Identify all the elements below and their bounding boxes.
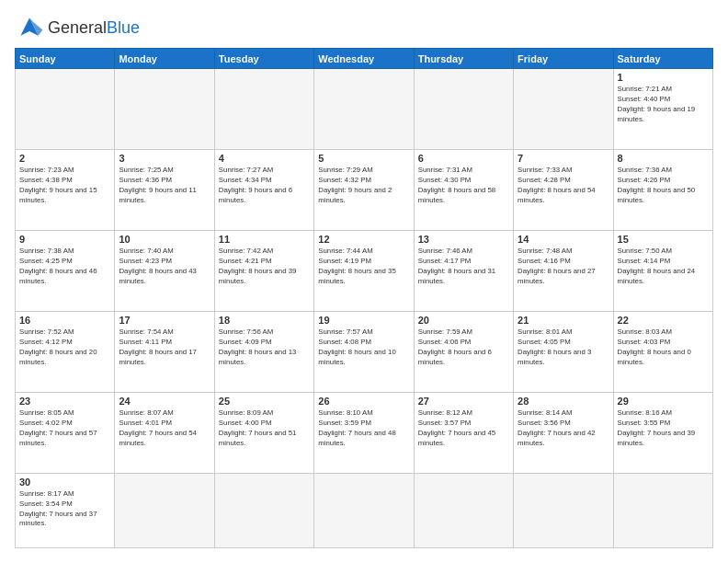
day-number: 23 <box>19 396 110 407</box>
calendar-cell: 26Sunrise: 8:10 AMSunset: 3:59 PMDayligh… <box>314 392 414 473</box>
calendar-cell <box>314 473 414 547</box>
calendar-cell: 9Sunrise: 7:38 AMSunset: 4:25 PMDaylight… <box>16 230 115 311</box>
calendar-cell: 24Sunrise: 8:07 AMSunset: 4:01 PMDayligh… <box>115 392 214 473</box>
day-number: 17 <box>119 315 210 326</box>
day-info: Sunrise: 7:48 AMSunset: 4:16 PMDaylight:… <box>518 247 609 287</box>
calendar-cell: 17Sunrise: 7:54 AMSunset: 4:11 PMDayligh… <box>115 311 214 392</box>
day-info: Sunrise: 7:23 AMSunset: 4:38 PMDaylight:… <box>19 166 110 206</box>
calendar-cell: 16Sunrise: 7:52 AMSunset: 4:12 PMDayligh… <box>16 311 115 392</box>
calendar-cell: 12Sunrise: 7:44 AMSunset: 4:19 PMDayligh… <box>314 230 414 311</box>
weekday-header-row: Sunday Monday Tuesday Wednesday Thursday… <box>16 49 713 69</box>
day-info: Sunrise: 7:52 AMSunset: 4:12 PMDaylight:… <box>19 327 110 368</box>
day-number: 13 <box>418 234 509 245</box>
calendar-cell: 20Sunrise: 7:59 AMSunset: 4:06 PMDayligh… <box>414 311 513 392</box>
header-monday: Monday <box>115 49 214 69</box>
calendar-cell: 2Sunrise: 7:23 AMSunset: 4:38 PMDaylight… <box>16 149 115 230</box>
header-friday: Friday <box>514 49 613 69</box>
page: GeneralBlue Sunday Monday Tuesday Wednes… <box>0 0 728 563</box>
calendar-cell: 19Sunrise: 7:57 AMSunset: 4:08 PMDayligh… <box>314 311 414 392</box>
day-info: Sunrise: 7:21 AMSunset: 4:40 PMDaylight:… <box>618 85 709 125</box>
calendar-cell <box>115 69 214 150</box>
calendar-cell: 1Sunrise: 7:21 AMSunset: 4:40 PMDaylight… <box>613 69 712 150</box>
day-number: 24 <box>119 396 210 407</box>
day-number: 8 <box>618 153 709 164</box>
calendar-cell: 7Sunrise: 7:33 AMSunset: 4:28 PMDaylight… <box>514 149 613 230</box>
calendar-cell <box>514 473 613 547</box>
calendar-cell: 8Sunrise: 7:36 AMSunset: 4:26 PMDaylight… <box>613 149 712 230</box>
day-info: Sunrise: 8:10 AMSunset: 3:59 PMDaylight:… <box>318 408 409 449</box>
day-number: 10 <box>119 234 210 245</box>
day-info: Sunrise: 7:33 AMSunset: 4:28 PMDaylight:… <box>518 166 609 206</box>
day-info: Sunrise: 7:50 AMSunset: 4:14 PMDaylight:… <box>618 247 709 287</box>
day-info: Sunrise: 8:14 AMSunset: 3:56 PMDaylight:… <box>518 408 609 449</box>
day-number: 20 <box>418 315 509 326</box>
day-number: 27 <box>418 396 509 407</box>
day-info: Sunrise: 7:38 AMSunset: 4:25 PMDaylight:… <box>19 247 110 287</box>
day-info: Sunrise: 7:44 AMSunset: 4:19 PMDaylight:… <box>318 247 409 287</box>
day-number: 30 <box>19 477 110 488</box>
day-number: 4 <box>219 153 310 164</box>
header-saturday: Saturday <box>613 49 712 69</box>
day-info: Sunrise: 8:09 AMSunset: 4:00 PMDaylight:… <box>219 408 310 449</box>
calendar-cell: 28Sunrise: 8:14 AMSunset: 3:56 PMDayligh… <box>514 392 613 473</box>
calendar-cell <box>613 473 712 547</box>
day-number: 9 <box>19 234 110 245</box>
calendar-cell <box>414 473 513 547</box>
day-info: Sunrise: 8:12 AMSunset: 3:57 PMDaylight:… <box>418 408 509 449</box>
header-thursday: Thursday <box>414 49 513 69</box>
day-number: 26 <box>318 396 409 407</box>
header-wednesday: Wednesday <box>314 49 414 69</box>
day-number: 7 <box>518 153 609 164</box>
day-number: 5 <box>318 153 409 164</box>
day-info: Sunrise: 7:56 AMSunset: 4:09 PMDaylight:… <box>219 327 310 368</box>
day-number: 3 <box>119 153 210 164</box>
calendar-cell <box>514 69 613 150</box>
calendar-cell: 15Sunrise: 7:50 AMSunset: 4:14 PMDayligh… <box>613 230 712 311</box>
day-info: Sunrise: 7:36 AMSunset: 4:26 PMDaylight:… <box>618 166 709 206</box>
calendar-cell: 30Sunrise: 8:17 AMSunset: 3:54 PMDayligh… <box>16 473 115 547</box>
logo-text: GeneralBlue <box>48 18 140 38</box>
logo: GeneralBlue <box>15 15 140 40</box>
day-info: Sunrise: 7:42 AMSunset: 4:21 PMDaylight:… <box>219 247 310 287</box>
calendar-cell: 3Sunrise: 7:25 AMSunset: 4:36 PMDaylight… <box>115 149 214 230</box>
header-tuesday: Tuesday <box>214 49 313 69</box>
day-info: Sunrise: 7:59 AMSunset: 4:06 PMDaylight:… <box>418 327 509 368</box>
calendar-cell <box>115 473 214 547</box>
day-info: Sunrise: 7:54 AMSunset: 4:11 PMDaylight:… <box>119 327 210 368</box>
day-number: 15 <box>618 234 709 245</box>
calendar-cell: 22Sunrise: 8:03 AMSunset: 4:03 PMDayligh… <box>613 311 712 392</box>
day-number: 1 <box>618 72 709 83</box>
day-number: 22 <box>618 315 709 326</box>
calendar-table: Sunday Monday Tuesday Wednesday Thursday… <box>15 48 713 548</box>
day-number: 25 <box>219 396 310 407</box>
day-info: Sunrise: 8:07 AMSunset: 4:01 PMDaylight:… <box>119 408 210 449</box>
calendar-cell: 21Sunrise: 8:01 AMSunset: 4:05 PMDayligh… <box>514 311 613 392</box>
calendar-cell: 10Sunrise: 7:40 AMSunset: 4:23 PMDayligh… <box>115 230 214 311</box>
day-info: Sunrise: 7:25 AMSunset: 4:36 PMDaylight:… <box>119 166 210 206</box>
calendar-cell <box>414 69 513 150</box>
calendar-cell <box>314 69 414 150</box>
calendar-cell: 14Sunrise: 7:48 AMSunset: 4:16 PMDayligh… <box>514 230 613 311</box>
day-number: 29 <box>618 396 709 407</box>
day-number: 21 <box>518 315 609 326</box>
day-info: Sunrise: 8:17 AMSunset: 3:54 PMDaylight:… <box>19 489 110 530</box>
day-number: 18 <box>219 315 310 326</box>
day-number: 14 <box>518 234 609 245</box>
calendar-cell: 23Sunrise: 8:05 AMSunset: 4:02 PMDayligh… <box>16 392 115 473</box>
calendar-cell <box>214 69 313 150</box>
header: GeneralBlue <box>15 15 713 40</box>
calendar-cell <box>214 473 313 547</box>
calendar-cell: 11Sunrise: 7:42 AMSunset: 4:21 PMDayligh… <box>214 230 313 311</box>
day-number: 16 <box>19 315 110 326</box>
calendar-cell <box>16 69 115 150</box>
day-info: Sunrise: 7:57 AMSunset: 4:08 PMDaylight:… <box>318 327 409 368</box>
day-info: Sunrise: 7:40 AMSunset: 4:23 PMDaylight:… <box>119 247 210 287</box>
calendar-cell: 29Sunrise: 8:16 AMSunset: 3:55 PMDayligh… <box>613 392 712 473</box>
day-info: Sunrise: 8:16 AMSunset: 3:55 PMDaylight:… <box>618 408 709 449</box>
calendar-cell: 13Sunrise: 7:46 AMSunset: 4:17 PMDayligh… <box>414 230 513 311</box>
day-info: Sunrise: 8:03 AMSunset: 4:03 PMDaylight:… <box>618 327 709 368</box>
header-sunday: Sunday <box>16 49 115 69</box>
day-info: Sunrise: 8:01 AMSunset: 4:05 PMDaylight:… <box>518 327 609 368</box>
day-number: 11 <box>219 234 310 245</box>
day-info: Sunrise: 7:29 AMSunset: 4:32 PMDaylight:… <box>318 166 409 206</box>
